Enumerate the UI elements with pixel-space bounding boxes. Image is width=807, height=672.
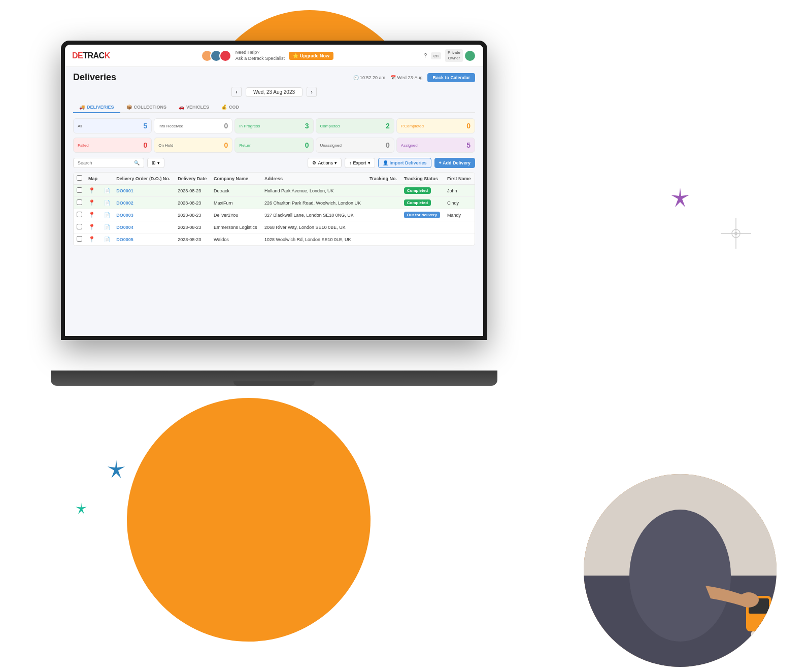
table-header-row: Map Delivery Order (D.O.) No. Delivery D… bbox=[74, 173, 475, 185]
row-map-cell[interactable]: 📍 bbox=[85, 233, 101, 246]
svg-point-6 bbox=[629, 510, 731, 642]
table-row: 📍 📄 DO0002 2023-08-23 MaxiFurn 226 Charl… bbox=[74, 197, 475, 209]
date-prev-button[interactable]: ‹ bbox=[231, 87, 242, 97]
user-avatar[interactable] bbox=[464, 50, 476, 62]
row-do-number[interactable]: DO0003 bbox=[113, 209, 175, 221]
row-map-cell[interactable]: 📍 bbox=[85, 185, 101, 197]
header-right: ? en Private Owner bbox=[424, 49, 476, 62]
row-tracking-no bbox=[366, 197, 401, 209]
stat-in-progress[interactable]: In Progress 3 bbox=[234, 118, 313, 133]
svg-rect-12 bbox=[755, 636, 759, 643]
laptop-screen-outer: DETRACK Need Help? Ask a Detrack Special… bbox=[61, 41, 487, 340]
tab-deliveries[interactable]: 🚚 DELIVERIES bbox=[73, 102, 120, 113]
row-do-number[interactable]: DO0001 bbox=[113, 185, 175, 197]
stat-completed[interactable]: Completed 2 bbox=[316, 118, 394, 133]
photo-content bbox=[584, 474, 777, 667]
row-company: Waldos bbox=[211, 233, 261, 246]
row-doc-cell: 📄 bbox=[101, 209, 114, 221]
row-map-cell[interactable]: 📍 bbox=[85, 197, 101, 209]
avatar-group bbox=[201, 50, 231, 62]
row-delivery-date: 2023-08-23 bbox=[175, 221, 211, 233]
col-map: Map bbox=[85, 173, 101, 185]
status-badge: Completed bbox=[404, 187, 431, 194]
decorative-lines bbox=[716, 213, 756, 256]
stat-all[interactable]: All 5 bbox=[73, 118, 152, 133]
add-delivery-button[interactable]: + Add Delivery bbox=[434, 158, 475, 168]
row-map-cell[interactable]: 📍 bbox=[85, 221, 101, 233]
row-company: Emmersons Logistics bbox=[211, 221, 261, 233]
doc-icon: 📄 bbox=[104, 188, 110, 193]
columns-button[interactable]: ⊞ ▾ bbox=[147, 158, 164, 168]
stat-p-completed[interactable]: P.Completed 0 bbox=[396, 118, 475, 133]
col-tracking-status: Tracking Status bbox=[401, 173, 444, 185]
row-checkbox-cell[interactable] bbox=[74, 197, 85, 209]
upgrade-button[interactable]: ⭐ Upgrade Now bbox=[289, 52, 333, 60]
row-delivery-date: 2023-08-23 bbox=[175, 197, 211, 209]
main-content: Deliveries 🕙 10:52:20 am 📅 Wed 23-Aug Ba… bbox=[65, 67, 483, 251]
row-checkbox-cell[interactable] bbox=[74, 233, 85, 246]
col-delivery-date: Delivery Date bbox=[175, 173, 211, 185]
doc-icon: 📄 bbox=[104, 224, 110, 230]
row-address: 2068 River Way, London SE10 0BE, UK bbox=[261, 221, 366, 233]
stat-failed[interactable]: Failed 0 bbox=[73, 138, 152, 153]
calendar-icon: 📅 Wed 23-Aug bbox=[390, 75, 422, 80]
star-blue-decoration bbox=[107, 460, 126, 479]
row-checkbox-cell[interactable] bbox=[74, 185, 85, 197]
table-row: 📍 📄 DO0001 2023-08-23 Detrack Holland Pa… bbox=[74, 185, 475, 197]
status-badge: Out for delivery bbox=[404, 212, 440, 218]
avatar-3 bbox=[219, 50, 231, 62]
row-company: MaxiFurn bbox=[211, 197, 261, 209]
table-row: 📍 📄 DO0004 2023-08-23 Emmersons Logistic… bbox=[74, 221, 475, 233]
back-to-calendar-button[interactable]: Back to Calendar bbox=[427, 73, 475, 82]
stat-unassigned[interactable]: Unassigned 0 bbox=[316, 138, 394, 153]
tab-collections[interactable]: 📦 COLLECTIONS bbox=[120, 102, 173, 113]
row-do-number[interactable]: DO0002 bbox=[113, 197, 175, 209]
clock-icon: 🕙 10:52:20 am bbox=[353, 75, 386, 80]
language-selector[interactable]: en bbox=[431, 52, 441, 59]
row-tracking-status: Completed bbox=[401, 197, 444, 209]
laptop-screen-inner: DETRACK Need Help? Ask a Detrack Special… bbox=[65, 45, 483, 336]
actions-button[interactable]: ⚙ Actions ▾ bbox=[308, 158, 342, 168]
stat-info-received[interactable]: Info Received 0 bbox=[154, 118, 232, 133]
row-checkbox-cell[interactable] bbox=[74, 221, 85, 233]
stat-on-hold[interactable]: On Hold 0 bbox=[154, 138, 232, 153]
search-input[interactable] bbox=[78, 160, 132, 165]
help-text: Need Help? Ask a Detrack Specialist bbox=[236, 50, 285, 61]
header-center: Need Help? Ask a Detrack Specialist ⭐ Up… bbox=[201, 50, 333, 62]
gear-icon: ⚙ bbox=[312, 160, 316, 165]
row-checkbox-cell[interactable] bbox=[74, 209, 85, 221]
row-address: 1028 Woolwich Rd, London SE10 0LE, UK bbox=[261, 233, 366, 246]
row-doc-cell: 📄 bbox=[101, 233, 114, 246]
row-doc-cell: 📄 bbox=[101, 197, 114, 209]
tab-vehicles[interactable]: 🚗 VEHICLES bbox=[173, 102, 215, 113]
stat-return[interactable]: Return 0 bbox=[234, 138, 313, 153]
help-icon[interactable]: ? bbox=[424, 53, 427, 58]
row-company: Detrack bbox=[211, 185, 261, 197]
date-next-button[interactable]: › bbox=[307, 87, 317, 97]
logo-de: DE bbox=[72, 51, 83, 60]
row-tracking-status bbox=[401, 233, 444, 246]
svg-rect-11 bbox=[751, 631, 774, 659]
select-all-header[interactable] bbox=[74, 173, 85, 185]
row-address: 226 Charlton Park Road, Woolwich, London… bbox=[261, 197, 366, 209]
search-box[interactable]: 🔍 bbox=[73, 158, 144, 168]
stats-row-2: Failed 0 On Hold 0 Return 0 Unassigned 0 bbox=[73, 138, 475, 153]
tab-cod[interactable]: 💰 COD bbox=[215, 102, 245, 113]
row-do-number[interactable]: DO0005 bbox=[113, 233, 175, 246]
row-address: Holland Park Avenue, London, UK bbox=[261, 185, 366, 197]
row-do-number[interactable]: DO0004 bbox=[113, 221, 175, 233]
col-company: Company Name bbox=[211, 173, 261, 185]
page-title: Deliveries bbox=[73, 72, 116, 83]
table-row: 📍 📄 DO0003 2023-08-23 Deliver2You 327 Bl… bbox=[74, 209, 475, 221]
stat-assigned[interactable]: Assigned 5 bbox=[396, 138, 475, 153]
decorative-circle-bottom bbox=[127, 398, 371, 642]
import-button[interactable]: 👤 Import Deliveries bbox=[378, 158, 431, 168]
header-meta: 🕙 10:52:20 am 📅 Wed 23-Aug Back to Calen… bbox=[353, 73, 475, 82]
col-doc-icon bbox=[101, 173, 114, 185]
export-button[interactable]: ↑ Export ▾ bbox=[345, 158, 375, 168]
chevron-down-icon: ▾ bbox=[157, 160, 160, 165]
doc-icon: 📄 bbox=[104, 212, 110, 218]
row-tracking-status bbox=[401, 221, 444, 233]
row-tracking-no bbox=[366, 233, 401, 246]
row-map-cell[interactable]: 📍 bbox=[85, 209, 101, 221]
